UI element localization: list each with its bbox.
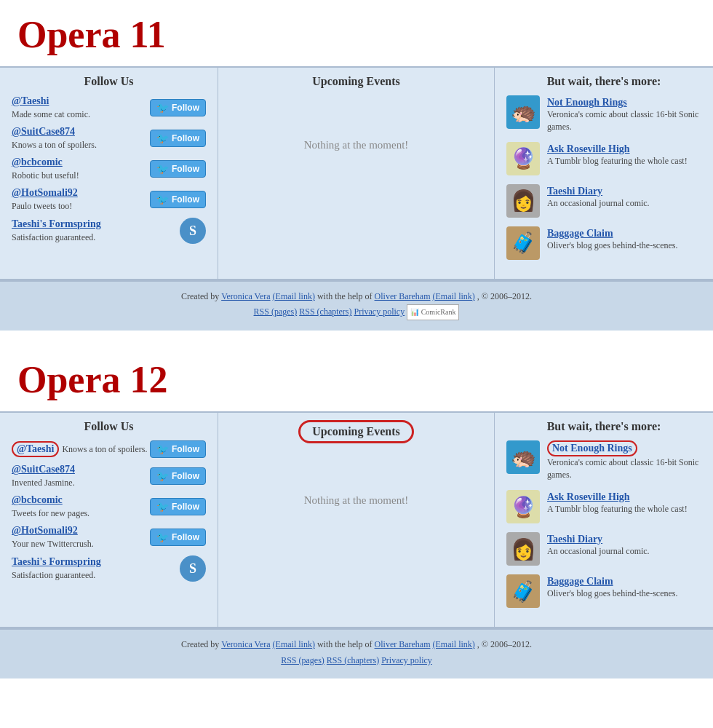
follow-button-hotsomali[interactable]: 🐦 Follow xyxy=(150,191,206,208)
follow-link-taeshi[interactable]: @Taeshi xyxy=(12,95,150,107)
follow-button-suitcase[interactable]: 🐦 Follow xyxy=(150,130,206,147)
opera11-footer: Created by Veronica Vera (Email link) wi… xyxy=(0,280,713,331)
opera11-no-events: Nothing at the moment! xyxy=(304,139,409,151)
ner-avatar: 🦔 xyxy=(506,95,540,129)
follow-button-bcb[interactable]: 🐦 Follow xyxy=(150,160,206,178)
td-avatar: 👩 xyxy=(506,184,540,218)
bc-desc: Oliver's blog goes behind-the-scenes. xyxy=(547,240,677,252)
formspring-icon: S xyxy=(180,218,206,244)
op12-twitter-bird-icon: 🐦 xyxy=(156,443,169,455)
op12-ner-link[interactable]: Not Enough Rings xyxy=(547,440,637,456)
footer-rss-chapters[interactable]: RSS (chapters) xyxy=(299,306,351,317)
footer-privacy[interactable]: Privacy policy xyxy=(354,306,405,317)
op12-td-desc: An occasional journal comic. xyxy=(547,545,650,558)
op12-twitter-bird4: 🐦 xyxy=(156,531,169,543)
op12-footer-rss-chapters[interactable]: RSS (chapters) xyxy=(327,655,379,665)
events-outlined-circle: Upcoming Events xyxy=(298,420,413,443)
td-desc: An occasional journal comic. xyxy=(547,197,650,210)
section-divider xyxy=(0,331,713,345)
twitter-bird-icon2: 🐦 xyxy=(156,132,169,144)
op12-formspring-icon: S xyxy=(180,555,206,582)
op12-follow-item-suitcase: @SuitCase874 Invented Jasmine. 🐦 Follow xyxy=(12,464,206,488)
footer-email2-link[interactable]: (Email link) xyxy=(433,291,475,301)
op12-ner-avatar: 🦔 xyxy=(506,440,540,474)
opera12-more-column: But wait, there's more: 🦔 Not Enough Rin… xyxy=(495,413,713,627)
footer-text2: with the help of xyxy=(317,291,375,301)
op12-follow-button-hotsomali[interactable]: 🐦 Follow xyxy=(150,529,206,546)
follow-desc-taeshi: Made some cat comic. xyxy=(12,109,90,119)
op12-footer-helper-link[interactable]: Oliver Bareham xyxy=(375,639,431,649)
op12-footer-creator-link[interactable]: Veronica Vera xyxy=(221,639,270,649)
opera12-title: Opera 12 xyxy=(0,345,713,411)
follow-link-bcb[interactable]: @bcbcomic xyxy=(12,157,150,168)
follow-link-hotsomali[interactable]: @HotSomali92 xyxy=(12,187,150,199)
op12-arh-avatar: 🔮 xyxy=(506,490,540,523)
twitter-bird-icon3: 🐦 xyxy=(156,163,169,175)
follow-desc-hotsomali: Paulo tweets too! xyxy=(12,201,72,211)
op12-follow-link-bcb[interactable]: @bcbcomic xyxy=(12,494,150,506)
arh-avatar: 🔮 xyxy=(506,142,540,175)
op12-follow-desc-suitcase: Invented Jasmine. xyxy=(12,478,75,488)
opera12-follow-column: Follow Us @Taeshi Knows a ton of spoiler… xyxy=(0,413,218,627)
op12-td-link[interactable]: Taeshi Diary xyxy=(547,534,602,545)
follow-item-formspring: Taeshi's Formspring Satisfaction guarant… xyxy=(12,218,206,244)
op12-bc-link[interactable]: Baggage Claim xyxy=(547,576,613,587)
op12-follow-button-bcb[interactable]: 🐦 Follow xyxy=(150,498,206,515)
op12-follow-link-suitcase[interactable]: @SuitCase874 xyxy=(12,464,150,475)
opera12-events-column: Upcoming Events Nothing at the moment! xyxy=(218,413,495,627)
op12-follow-link-hotsomali[interactable]: @HotSomali92 xyxy=(12,525,150,537)
op12-footer-email2-link[interactable]: (Email link) xyxy=(433,639,475,649)
op12-follow-link-formspring[interactable]: Taeshi's Formspring xyxy=(12,556,180,568)
more-item-arh: 🔮 Ask Roseville High A Tumblr blog featu… xyxy=(506,142,701,175)
follow-desc-suitcase: Knows a ton of spoilers. xyxy=(12,140,97,150)
op12-follow-item-formspring: Taeshi's Formspring Satisfaction guarant… xyxy=(12,555,206,582)
footer-rss-pages[interactable]: RSS (pages) xyxy=(254,306,298,317)
opera12-footer: Created by Veronica Vera (Email link) wi… xyxy=(0,628,713,678)
twitter-bird-icon4: 🐦 xyxy=(156,194,169,205)
opera12-follow-heading: Follow Us xyxy=(12,420,206,433)
bc-link[interactable]: Baggage Claim xyxy=(547,228,613,239)
follow-item-bcb: @bcbcomic Robotic but useful! 🐦 Follow xyxy=(12,157,206,181)
follow-item-hotsomali: @HotSomali92 Paulo tweets too! 🐦 Follow xyxy=(12,187,206,212)
follow-button-taeshi[interactable]: 🐦 Follow xyxy=(150,99,206,116)
td-link[interactable]: Taeshi Diary xyxy=(547,186,602,197)
op12-footer-rss-pages[interactable]: RSS (pages) xyxy=(281,655,324,665)
more-item-td: 👩 Taeshi Diary An occasional journal com… xyxy=(506,184,701,218)
op12-bc-desc: Oliver's blog goes behind-the-scenes. xyxy=(547,587,677,600)
more-item-bc: 🧳 Baggage Claim Oliver's blog goes behin… xyxy=(506,226,701,260)
footer-text1: Created by xyxy=(181,291,221,301)
op12-follow-button-taeshi[interactable]: 🐦 Follow xyxy=(150,440,206,458)
opera11-events-column: Upcoming Events Nothing at the moment! xyxy=(218,68,495,279)
op12-td-avatar: 👩 xyxy=(506,532,540,566)
footer-email1-link[interactable]: (Email link) xyxy=(273,291,315,301)
op12-more-item-bc: 🧳 Baggage Claim Oliver's blog goes behin… xyxy=(506,574,701,608)
op12-ner-desc: Veronica's comic about classic 16-bit So… xyxy=(547,456,701,481)
op12-arh-desc: A Tumblr blog featuring the whole cast! xyxy=(547,503,688,515)
ner-link[interactable]: Not Enough Rings xyxy=(547,97,627,108)
op12-follow-desc-formspring: Satisfaction guaranteed. xyxy=(12,570,95,580)
bc-avatar: 🧳 xyxy=(506,226,540,260)
arh-desc: A Tumblr blog featuring the whole cast! xyxy=(547,155,688,167)
follow-link-suitcase[interactable]: @SuitCase874 xyxy=(12,126,150,138)
op12-footer-copyright: , © 2006–2012. xyxy=(477,639,532,649)
op12-twitter-bird2: 🐦 xyxy=(156,470,169,482)
op12-footer-text1: Created by xyxy=(181,639,221,649)
arh-link[interactable]: Ask Roseville High xyxy=(547,143,630,154)
opera11-title: Opera 11 xyxy=(0,0,713,66)
opera11-main-panel: Follow Us @Taeshi Made some cat comic. 🐦… xyxy=(0,66,713,280)
op12-footer-email1-link[interactable]: (Email link) xyxy=(273,639,315,649)
op12-follow-button-suitcase[interactable]: 🐦 Follow xyxy=(150,467,206,485)
taeshi-outline-circle: @Taeshi xyxy=(12,441,59,457)
opera12-main-panel: Follow Us @Taeshi Knows a ton of spoiler… xyxy=(0,411,713,628)
twitter-bird-icon: 🐦 xyxy=(156,102,169,114)
follow-link-formspring[interactable]: Taeshi's Formspring xyxy=(12,218,180,230)
opera11-more-column: But wait, there's more: 🦔 Not Enough Rin… xyxy=(495,68,713,279)
op12-more-item-ner: 🦔 Not Enough Rings Veronica's comic abou… xyxy=(506,440,701,481)
op12-arh-link[interactable]: Ask Roseville High xyxy=(547,491,630,502)
footer-helper-link[interactable]: Oliver Bareham xyxy=(375,291,431,301)
footer-creator-link[interactable]: Veronica Vera xyxy=(221,291,270,301)
op12-follow-item-bcb: @bcbcomic Tweets for new pages. 🐦 Follow xyxy=(12,494,206,519)
op12-footer-privacy[interactable]: Privacy policy xyxy=(381,655,432,665)
opera11-follow-column: Follow Us @Taeshi Made some cat comic. 🐦… xyxy=(0,68,218,279)
op12-follow-link-taeshi[interactable]: @Taeshi xyxy=(12,441,59,457)
